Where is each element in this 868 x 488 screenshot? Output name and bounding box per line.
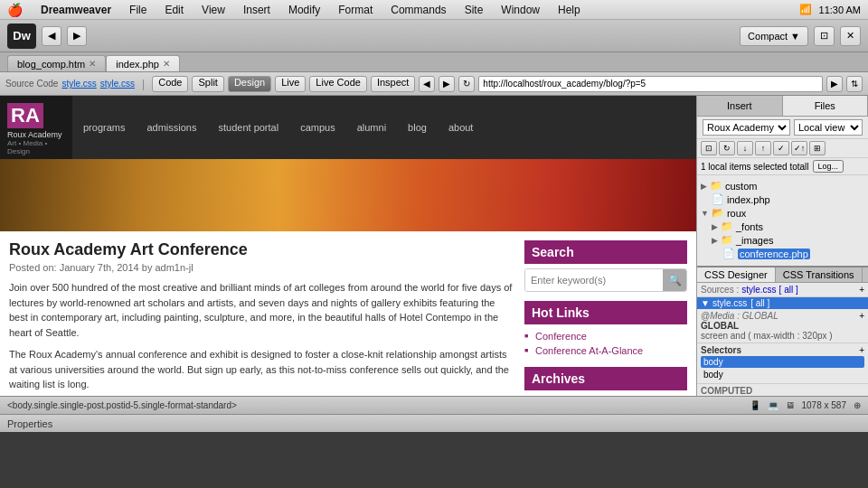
file-name: _fonts	[736, 221, 763, 232]
put-files-btn[interactable]: ↑	[755, 141, 771, 155]
apple-menu[interactable]: 🍎	[7, 3, 23, 17]
menu-window[interactable]: Window	[497, 4, 543, 16]
tab-css-transitions[interactable]: CSS Transitions	[776, 267, 863, 282]
hot-link-conference[interactable]: Conference	[524, 329, 687, 343]
resize-button[interactable]: ⊡	[814, 26, 835, 46]
search-button[interactable]: 🔍	[663, 269, 686, 291]
hot-link-conference-ataglance[interactable]: Conference At-A-Glance	[524, 343, 687, 358]
inspect-button[interactable]: Inspect	[371, 76, 415, 92]
check-in-btn[interactable]: ✓↑	[791, 141, 807, 155]
tab-files[interactable]: Files	[783, 96, 869, 116]
archives-title: Archives	[524, 367, 687, 390]
sources-bracket[interactable]: [ all ]	[779, 285, 798, 295]
folder-images[interactable]: ▶ 📁 _images	[701, 233, 864, 247]
tab-index-php[interactable]: index.php ✕	[106, 55, 180, 71]
tab-blog-comp[interactable]: blog_comp.htm ✕	[7, 55, 106, 71]
close-button[interactable]: ✕	[840, 26, 861, 46]
style-css-link1[interactable]: style.css	[61, 79, 96, 89]
selector-body-active[interactable]: body	[701, 356, 864, 368]
forward-button[interactable]: ▶	[67, 26, 87, 46]
css-media-add[interactable]: +	[859, 311, 864, 321]
menu-insert[interactable]: Insert	[240, 4, 274, 16]
sync-button[interactable]: ⇅	[846, 76, 863, 92]
menubar-right-icons: 📶 11:30 AM	[799, 4, 861, 15]
refresh-button[interactable]: ↻	[458, 76, 475, 92]
search-input[interactable]	[525, 269, 663, 291]
menu-site[interactable]: Site	[461, 4, 487, 16]
file-name: index.php	[727, 194, 770, 205]
tab-close-icon[interactable]: ✕	[89, 59, 96, 69]
nav-student-portal[interactable]: student portal	[208, 111, 290, 144]
expand-icon: ▼	[701, 298, 710, 308]
menu-modify[interactable]: Modify	[285, 4, 324, 16]
selector-body[interactable]: body	[701, 369, 864, 380]
log-button[interactable]: Log...	[813, 160, 844, 173]
check-out-btn[interactable]: ✓	[773, 141, 789, 155]
css-add-btn[interactable]: +	[859, 285, 864, 295]
hot-links-section: Hot Links Conference Conference At-A-Gla…	[524, 301, 687, 358]
source-code-label: Source Code	[5, 79, 58, 89]
compact-button[interactable]: Compact ▼	[740, 26, 808, 46]
menu-file[interactable]: File	[126, 4, 150, 16]
mac-menubar: 🍎 Dreamweaver File Edit View Insert Modi…	[0, 0, 868, 20]
search-box: 🔍	[524, 268, 687, 292]
nav-blog[interactable]: blog	[397, 111, 438, 144]
expand-btn[interactable]: ⊞	[809, 141, 826, 155]
menu-view[interactable]: View	[198, 4, 229, 16]
selectors-add[interactable]: +	[859, 345, 864, 355]
sources-value[interactable]: style.css	[741, 285, 776, 295]
menu-help[interactable]: Help	[554, 4, 584, 16]
archive-jan2014[interactable]: January 2014	[524, 395, 687, 396]
folder-fonts[interactable]: ▶ 📁 _fonts	[701, 220, 864, 233]
refresh-files-btn[interactable]: ↻	[719, 141, 735, 155]
tag-path: <body.single.single-post.postid-5.single…	[7, 400, 237, 410]
connect-btn[interactable]: ⊡	[701, 141, 717, 155]
get-files-btn[interactable]: ↓	[737, 141, 753, 155]
status-bar: <body.single.single-post.postid-5.single…	[0, 396, 868, 414]
url-bar[interactable]: http://localhost/roux_academy/blog/?p=5	[478, 76, 823, 92]
nav-admissions[interactable]: admissions	[136, 111, 207, 144]
desktop-icon: 🖥	[786, 400, 795, 410]
style-css-link2[interactable]: style.css	[100, 79, 135, 89]
file-custom[interactable]: ▶ 📁 custom	[701, 179, 864, 192]
file-panel-header: Roux Academy Local view	[697, 117, 868, 139]
code-view-button[interactable]: Code	[152, 76, 188, 92]
nav-campus[interactable]: campus	[289, 111, 346, 144]
file-conference-php[interactable]: 📄 conference.php	[701, 247, 864, 260]
prev-page-button[interactable]: ◀	[419, 76, 435, 92]
url-go-button[interactable]: ▶	[826, 76, 843, 92]
next-page-button[interactable]: ▶	[439, 76, 455, 92]
content-wrapper: Roux Academy Art Conference Posted on: J…	[0, 231, 696, 396]
site-tagline: Art • Media • Design	[7, 139, 65, 155]
split-view-button[interactable]: Split	[192, 76, 223, 92]
live-code-button[interactable]: Live Code	[309, 76, 367, 92]
css-style-file: style.css	[712, 298, 747, 308]
folder-icon: 📁	[721, 221, 733, 232]
expand-icon: ▶	[701, 182, 707, 191]
nav-alumni[interactable]: alumni	[346, 111, 397, 144]
back-icon: ◀	[48, 30, 55, 42]
live-view-button[interactable]: Live	[275, 76, 306, 92]
back-button[interactable]: ◀	[42, 26, 61, 46]
zoom-icon[interactable]: ⊕	[854, 400, 861, 410]
nav-about[interactable]: about	[438, 111, 485, 144]
tab-insert[interactable]: Insert	[697, 96, 783, 116]
folder-roux[interactable]: ▼ 📂 roux	[701, 206, 864, 220]
tab-close-active-icon[interactable]: ✕	[163, 59, 170, 69]
design-view-button[interactable]: Design	[228, 76, 271, 92]
ra-logo: RA	[7, 103, 43, 128]
status-right: 📱 💻 🖥 1078 x 587 ⊕	[750, 400, 862, 410]
tab-css-designer[interactable]: CSS Designer	[697, 267, 776, 282]
menu-commands[interactable]: Commands	[387, 4, 449, 16]
menu-format[interactable]: Format	[335, 4, 376, 16]
menu-edit[interactable]: Edit	[161, 4, 187, 16]
menu-dreamweaver[interactable]: Dreamweaver	[37, 4, 115, 16]
nav-programs[interactable]: programs	[72, 111, 136, 144]
panel-tabs: Insert Files	[697, 96, 868, 117]
view-selector[interactable]: Local view	[794, 119, 863, 136]
file-index-php[interactable]: 📄 index.php	[701, 192, 864, 206]
site-header: RA Roux Academy Art • Media • Design pro…	[0, 96, 696, 159]
article-title: Roux Academy Art Conference	[9, 240, 515, 259]
site-selector[interactable]: Roux Academy	[703, 119, 790, 136]
css-style-row[interactable]: ▼ style.css [ all ]	[697, 297, 868, 309]
